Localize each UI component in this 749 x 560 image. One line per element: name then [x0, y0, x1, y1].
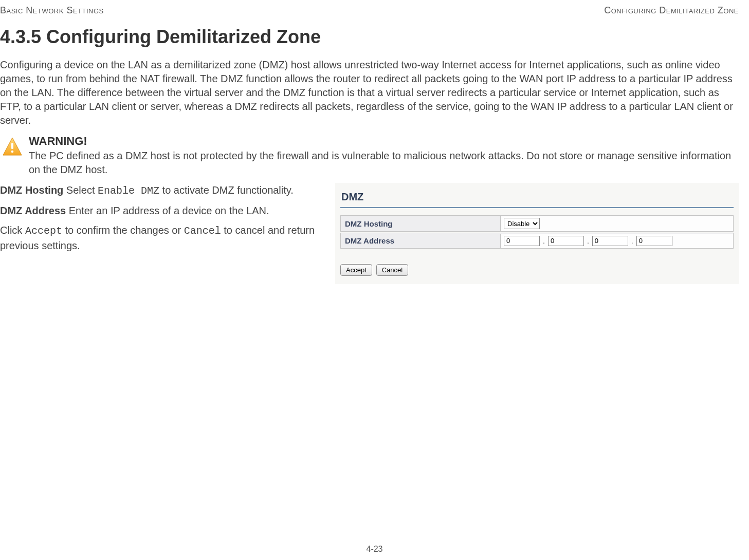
dot-icon: . — [586, 237, 590, 245]
cancel-button[interactable]: Cancel — [376, 264, 408, 276]
dot-icon: . — [542, 237, 546, 245]
page-header: Basic Network Settings Configuring Demil… — [0, 5, 739, 16]
accept-code: Accept — [25, 225, 62, 237]
panel-title: DMZ — [340, 188, 734, 208]
warning-body: The PC defined as a DMZ host is not prot… — [29, 149, 739, 177]
svg-point-1 — [11, 151, 14, 153]
dmz-config-panel: DMZ DMZ Hosting Disable DMZ Address . . … — [335, 183, 739, 284]
dmz-hosting-label: DMZ Hosting — [0, 184, 63, 196]
dmz-hosting-row: DMZ Hosting Disable — [340, 215, 734, 232]
ip-octet-1[interactable] — [504, 236, 540, 246]
dmz-address-desc: DMZ Address Enter an IP address of a dev… — [0, 203, 329, 218]
header-left: Basic Network Settings — [0, 5, 104, 16]
section-heading: 4.3.5 Configuring Demilitarized Zone — [0, 26, 739, 48]
warning-icon — [0, 135, 25, 159]
ip-octet-3[interactable] — [592, 236, 628, 246]
dmz-hosting-desc: DMZ Hosting Select Enable DMZ to activat… — [0, 183, 329, 198]
intro-paragraph: Configuring a device on the LAN as a dem… — [0, 58, 739, 127]
page-number: 4-23 — [0, 545, 749, 554]
dmz-address-row-label: DMZ Address — [341, 233, 500, 248]
warning-title: WARNING! — [29, 135, 739, 148]
dot-icon: . — [630, 237, 634, 245]
dmz-hosting-row-label: DMZ Hosting — [341, 216, 500, 231]
header-right: Configuring Demilitarized Zone — [604, 5, 739, 16]
cancel-code: Cancel — [184, 225, 221, 237]
accept-button[interactable]: Accept — [340, 264, 372, 276]
field-descriptions: DMZ Hosting Select Enable DMZ to activat… — [0, 183, 329, 258]
dmz-hosting-select[interactable]: Disable — [504, 218, 540, 229]
svg-rect-0 — [11, 143, 13, 149]
enable-dmz-code: Enable DMZ — [98, 185, 159, 197]
ip-octet-2[interactable] — [548, 236, 584, 246]
dmz-address-label: DMZ Address — [0, 205, 66, 216]
dmz-address-row: DMZ Address . . . — [340, 233, 734, 249]
ip-octet-4[interactable] — [636, 236, 672, 246]
warning-callout: WARNING! The PC defined as a DMZ host is… — [0, 135, 739, 177]
action-desc: Click Accept to confirm the changes or C… — [0, 223, 329, 253]
